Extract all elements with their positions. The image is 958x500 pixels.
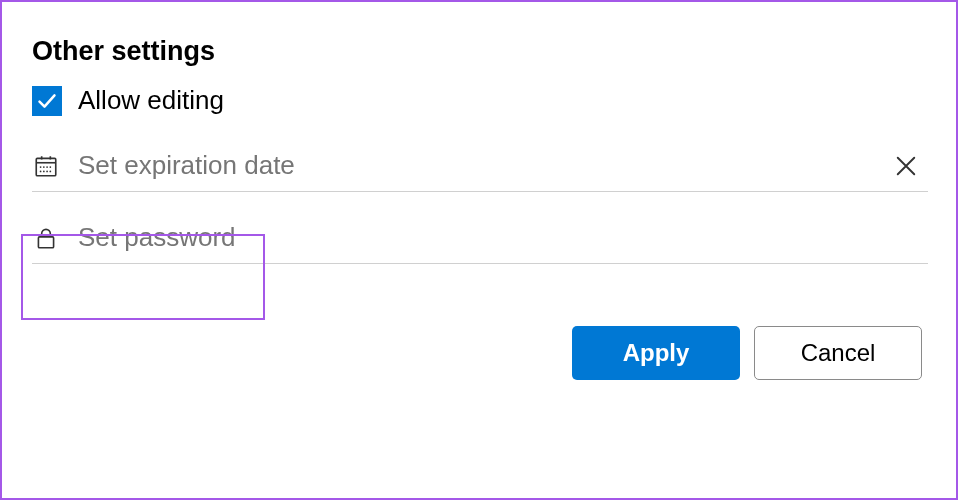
cancel-button[interactable]: Cancel [754, 326, 922, 380]
expiration-date-row [32, 150, 928, 192]
svg-point-9 [43, 170, 45, 172]
svg-point-11 [49, 170, 51, 172]
svg-point-7 [49, 166, 51, 168]
password-input[interactable] [78, 222, 928, 253]
expiration-date-input[interactable] [78, 150, 874, 181]
apply-button[interactable]: Apply [572, 326, 740, 380]
lock-icon [32, 224, 60, 252]
settings-panel: Other settings Allow editing [0, 0, 958, 500]
button-row: Apply Cancel [32, 326, 928, 380]
svg-point-8 [40, 170, 42, 172]
section-title: Other settings [32, 36, 928, 67]
checkmark-icon [37, 91, 57, 111]
allow-editing-row: Allow editing [32, 85, 928, 116]
calendar-icon [32, 152, 60, 180]
svg-point-4 [40, 166, 42, 168]
svg-point-10 [46, 170, 48, 172]
clear-expiration-icon[interactable] [892, 152, 920, 180]
svg-point-6 [46, 166, 48, 168]
allow-editing-label: Allow editing [78, 85, 224, 116]
password-row [32, 222, 928, 264]
svg-rect-12 [38, 236, 53, 247]
allow-editing-checkbox[interactable] [32, 86, 62, 116]
svg-point-5 [43, 166, 45, 168]
svg-rect-0 [36, 158, 56, 175]
